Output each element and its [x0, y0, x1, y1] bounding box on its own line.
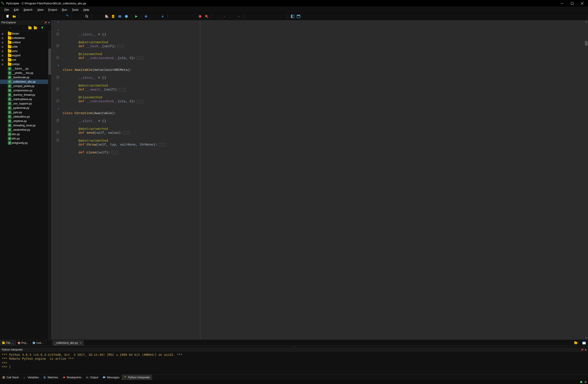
svg-text:ⅹ: ⅹ — [24, 376, 25, 379]
run-icon[interactable] — [134, 14, 139, 19]
tree-file[interactable]: _collections_abc.py — [0, 80, 51, 84]
stop-icon[interactable] — [197, 14, 203, 19]
panel-close-icon[interactable]: ✕ — [47, 21, 50, 24]
bottom-tab-watches[interactable]: Watches — [41, 375, 60, 380]
svg-point-30 — [125, 376, 125, 377]
bottom-tab-messages[interactable]: Messages — [100, 375, 122, 380]
menu-search[interactable]: Search — [21, 7, 35, 12]
svg-point-28 — [63, 376, 65, 378]
tree-file[interactable]: _sitebuiltins.py — [0, 115, 51, 119]
menu-project[interactable]: Project — [46, 7, 59, 12]
nav-dropdown2-icon[interactable] — [21, 26, 26, 30]
bottom-tab-breakpoints[interactable]: Breakpoints — [60, 375, 84, 380]
statusbar — [0, 380, 588, 384]
menu-tools[interactable]: Tools — [70, 7, 81, 12]
editor-scrollbar[interactable]: ▲ ▼ — [585, 20, 588, 339]
svg-point-12 — [199, 15, 201, 18]
tree-folder[interactable]: ⊞venv — [0, 49, 51, 53]
find-in-files-icon[interactable] — [104, 14, 109, 19]
tree-folder[interactable]: ⊞unittest — [0, 40, 51, 45]
debug-icon[interactable] — [144, 14, 149, 19]
code-editor[interactable]: ++−++−+++ __slots__ = () @abstractmethod… — [51, 20, 588, 339]
bottom-tab-output[interactable]: Output — [84, 375, 101, 380]
side-tab[interactable]: Cod… — [31, 340, 46, 345]
tree-file[interactable]: antigravity.py — [0, 141, 51, 145]
open-folder-icon[interactable] — [574, 340, 579, 345]
interpreter-pin-icon[interactable]: 📌 — [581, 348, 584, 351]
tree-file[interactable]: __phello__.foo.py — [0, 71, 51, 75]
svg-point-27 — [44, 377, 45, 378]
syntax-check-icon[interactable] — [111, 14, 116, 19]
tree-folder[interactable]: ⊞turtledemo — [0, 36, 51, 40]
tree-file[interactable]: _compat_pickle.py — [0, 84, 51, 88]
menu-view[interactable]: View — [35, 7, 46, 12]
tree-file[interactable]: _pydecimal.py — [0, 106, 51, 110]
svg-rect-21 — [583, 342, 586, 342]
bottom-tab-call-stack[interactable]: Call Stack — [0, 375, 21, 380]
bottom-tab-variables[interactable]: ⅹVariables — [21, 375, 41, 380]
nav-dropdown-icon[interactable] — [7, 26, 12, 30]
tree-folder[interactable]: ⊞tkinter — [0, 31, 51, 36]
nav-back-icon[interactable] — [1, 26, 6, 30]
window-icon[interactable] — [581, 340, 587, 345]
svg-rect-15 — [291, 15, 292, 18]
svg-rect-22 — [3, 376, 5, 377]
tree-file[interactable]: _compression.py — [0, 88, 51, 93]
search-icon[interactable] — [84, 14, 89, 19]
layout-icon-1[interactable] — [290, 14, 295, 19]
menu-file[interactable]: File — [2, 7, 11, 12]
tree-file[interactable]: __future__.py — [0, 66, 51, 71]
svg-rect-19 — [33, 342, 35, 344]
tree-file[interactable]: _weakrefset.py — [0, 128, 51, 132]
new-file-icon[interactable] — [5, 14, 10, 19]
dropdown-1[interactable] — [222, 14, 227, 19]
abort-icon[interactable] — [204, 14, 209, 19]
file-tree[interactable]: ⊞tkinter⊞turtledemo⊞unittest⊞urllib⊞venv… — [0, 31, 51, 340]
open-file-icon[interactable] — [12, 14, 17, 19]
folder-view-icon[interactable] — [34, 26, 39, 30]
dropdown-2[interactable] — [236, 14, 241, 19]
console-icon[interactable] — [117, 14, 123, 19]
menu-edit[interactable]: Edit — [12, 7, 21, 12]
tree-folder[interactable]: ⊞urllib — [0, 45, 51, 49]
panel-resize-handle[interactable] — [0, 346, 588, 347]
tree-file[interactable]: _osx_support.py — [0, 101, 51, 106]
tree-file[interactable]: _strptime.py — [0, 119, 51, 123]
filter-icon[interactable] — [40, 26, 45, 30]
file-tree-scrollbar[interactable] — [48, 31, 51, 340]
tree-folder[interactable]: ⊞xml — [0, 58, 51, 62]
side-tab[interactable]: Proj… — [16, 340, 31, 345]
tree-file[interactable]: _dummy_thread.py — [0, 93, 51, 97]
tree-folder[interactable]: ⊞xmlrpc — [0, 62, 51, 66]
maximize-button[interactable] — [567, 0, 577, 7]
editor-tab[interactable]: _collections_abc.py ✕ — [53, 340, 84, 345]
close-button[interactable] — [577, 0, 587, 7]
bottom-tab-python-interpreter[interactable]: Python Interpreter — [122, 375, 152, 380]
tree-file[interactable]: _pyio.py — [0, 110, 51, 115]
svg-rect-29 — [86, 376, 88, 378]
editor-tab-label: _collections_abc.py — [55, 341, 78, 344]
tree-file[interactable]: _threading_local.py — [0, 123, 51, 128]
minimize-button[interactable] — [557, 0, 567, 7]
tree-file[interactable]: _markupbase.py — [0, 97, 51, 101]
info-icon[interactable]: i — [124, 14, 129, 19]
svg-text:i: i — [126, 15, 127, 18]
folder-up-icon[interactable] — [28, 26, 32, 30]
side-tab[interactable]: File … — [0, 340, 16, 345]
tree-file[interactable]: _bootlocale.py — [0, 75, 51, 80]
close-tab-icon[interactable]: ✕ — [80, 342, 82, 344]
window-title: PyScripter - C:\Program Files\Python36\L… — [6, 2, 86, 5]
tree-file[interactable]: abc.py — [0, 132, 51, 136]
menu-run[interactable]: Run — [60, 7, 69, 12]
step-icon[interactable] — [160, 14, 165, 19]
layout-icon-2[interactable] — [296, 14, 302, 19]
undo-icon[interactable] — [64, 14, 69, 19]
menu-help[interactable]: Help — [81, 7, 91, 12]
interpreter-output[interactable]: *** Python 3.6.3 (v3.6.3:2c5fed8, Oct 3 … — [0, 352, 588, 374]
svg-rect-7 — [112, 15, 114, 18]
pin-icon[interactable]: 📌 — [44, 21, 47, 24]
interpreter-close-icon[interactable]: ✕ — [584, 348, 587, 351]
interpreter-title: Python Interpreter — [2, 348, 23, 351]
tree-folder[interactable]: ⊞wsgiref — [0, 53, 51, 58]
tree-file[interactable]: aifc.py — [0, 136, 51, 141]
